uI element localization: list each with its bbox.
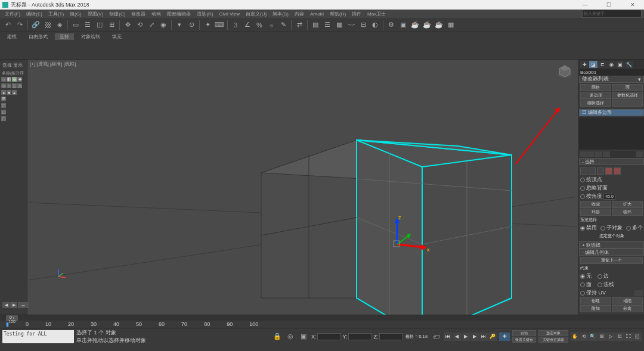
setkey-button[interactable]: 设置关键点 bbox=[512, 337, 536, 343]
window-crossing-button[interactable]: ⊞ bbox=[106, 20, 117, 30]
edit-geometry-rollout[interactable]: - 编辑几何体 bbox=[579, 249, 644, 256]
selection-lock-button[interactable]: ▣ bbox=[298, 331, 309, 342]
search-input[interactable]: 输入关键字 bbox=[582, 10, 642, 18]
fov-button[interactable]: ▷ bbox=[606, 333, 615, 341]
repeat-last-button[interactable]: 重复上一个 bbox=[580, 257, 643, 264]
placement-button[interactable]: ◉ bbox=[158, 20, 169, 30]
unlink-button[interactable]: ⛓ bbox=[42, 20, 53, 30]
modify-tab[interactable]: ◪ bbox=[589, 61, 597, 68]
render-online-button[interactable]: ▦ bbox=[445, 20, 456, 30]
set-key-button[interactable]: ✚ bbox=[499, 333, 510, 341]
utilities-tab[interactable]: 🔧 bbox=[625, 61, 633, 68]
pin-stack-button[interactable] bbox=[580, 151, 587, 157]
zoom-view-button[interactable]: 🔍 bbox=[589, 333, 597, 341]
render-frame-button[interactable]: ▣ bbox=[398, 20, 408, 30]
filter-icon[interactable]: ● bbox=[1, 90, 6, 95]
viewcube-icon[interactable] bbox=[556, 62, 574, 80]
max-viewport-button[interactable]: ⛶ bbox=[624, 333, 633, 341]
x-coord-input[interactable] bbox=[317, 333, 341, 340]
play-button[interactable]: ▶ bbox=[462, 333, 470, 341]
select-button[interactable]: ▭ bbox=[70, 20, 81, 30]
filter-icon[interactable]: ◇ bbox=[1, 83, 6, 88]
menu-modifiers[interactable]: 修改器 bbox=[129, 11, 148, 17]
zoom-all-button[interactable]: ⊞ bbox=[597, 333, 606, 341]
ribbon-button[interactable]: ▦ bbox=[334, 20, 345, 30]
mod-mesh-button[interactable]: 网格 bbox=[580, 84, 611, 91]
constraint-edge-radio[interactable] bbox=[597, 274, 602, 279]
filter-icon[interactable]: ■ bbox=[12, 77, 17, 82]
tab-selection[interactable]: 选择 bbox=[55, 33, 74, 40]
unique-button[interactable] bbox=[595, 151, 602, 157]
pivot-button[interactable]: ⊙ bbox=[186, 20, 197, 30]
scale-button[interactable]: ⤢ bbox=[146, 20, 157, 30]
minimize-button[interactable]: — bbox=[576, 2, 594, 8]
menu-render[interactable]: 渲染(R) bbox=[194, 11, 215, 17]
constraint-face-radio[interactable] bbox=[580, 282, 585, 287]
object-name-field[interactable]: Box001 bbox=[579, 69, 644, 76]
edge-subobj-button[interactable] bbox=[589, 167, 596, 175]
preview-multi-radio[interactable] bbox=[626, 226, 631, 231]
filter-icon[interactable]: ◆ bbox=[17, 77, 22, 82]
tab-freeform[interactable]: 自由形式 bbox=[24, 33, 52, 40]
close-button[interactable]: ✕ bbox=[624, 2, 642, 8]
filter-icon[interactable]: △ bbox=[17, 83, 22, 88]
selection-rollout[interactable]: - 选择 bbox=[579, 158, 644, 165]
rotate-button[interactable]: ⟲ bbox=[134, 20, 145, 30]
filter-icon[interactable]: □ bbox=[12, 83, 17, 88]
menu-arnold[interactable]: Arnold bbox=[308, 11, 326, 17]
transform-gizmo[interactable]: x z bbox=[385, 215, 433, 262]
loop-button[interactable]: 循环 bbox=[612, 209, 643, 216]
selected-button[interactable]: 选定对象 bbox=[538, 330, 568, 336]
time-marker[interactable]: 0 / 100 bbox=[6, 315, 18, 321]
constraint-none-radio[interactable] bbox=[580, 274, 585, 279]
spinner-snap-button[interactable]: ⟐ bbox=[266, 20, 277, 30]
menu-maxguard[interactable]: Max卫士 bbox=[365, 11, 388, 17]
align-button[interactable]: ▤ bbox=[310, 20, 321, 30]
menu-create[interactable]: 创建(C) bbox=[107, 11, 128, 17]
keyfilter-button[interactable]: 关键点过滤器 bbox=[538, 337, 568, 343]
render-setup-button[interactable]: ⚙ bbox=[386, 20, 397, 30]
scroll-right-button[interactable]: ▶ bbox=[10, 302, 17, 308]
modifier-stack[interactable] bbox=[579, 117, 644, 150]
maximize-button[interactable]: ☐ bbox=[600, 2, 618, 8]
menu-content[interactable]: 内容 bbox=[292, 11, 306, 17]
render-prod-button[interactable]: ☕ bbox=[422, 20, 432, 30]
pan-view-button[interactable]: ✋ bbox=[571, 333, 579, 341]
menu-plugin[interactable]: 插件 bbox=[349, 11, 364, 17]
menu-tools[interactable]: 工具(T) bbox=[46, 11, 66, 17]
name-column-header[interactable]: 名称(按升序 bbox=[1, 70, 26, 77]
render-iter-button[interactable]: ☕ bbox=[434, 20, 444, 30]
display-tab[interactable]: ▣ bbox=[616, 61, 624, 68]
link-button[interactable]: 🔗 bbox=[30, 20, 41, 30]
mod-empty-button[interactable] bbox=[612, 100, 643, 107]
key-mode-button[interactable]: 🔑 bbox=[488, 333, 497, 341]
snap-button[interactable]: 3 bbox=[230, 20, 241, 30]
menu-script[interactable]: 脚本(S) bbox=[270, 11, 291, 17]
mod-poly-button[interactable]: 多边形 bbox=[580, 92, 611, 99]
by-vertex-check[interactable] bbox=[580, 178, 585, 182]
menu-animation[interactable]: 动画 bbox=[149, 11, 163, 17]
menu-file[interactable]: 文件(F) bbox=[2, 11, 23, 17]
filter-icon[interactable]: ○ bbox=[7, 83, 11, 88]
soft-selection-rollout[interactable]: + 软选择 bbox=[579, 241, 644, 249]
time-ruler[interactable]: ▮ 0 10 20 30 40 50 60 70 80 90 100 bbox=[0, 321, 644, 328]
create-tab[interactable]: ✚ bbox=[580, 61, 589, 68]
preview-off-radio[interactable] bbox=[580, 226, 585, 231]
mod-para-button[interactable]: 参数化选择 bbox=[612, 92, 643, 99]
constraint-normal-radio[interactable] bbox=[597, 282, 602, 287]
polygon-subobj-button[interactable] bbox=[605, 167, 612, 175]
filter-icon[interactable]: □ bbox=[1, 110, 6, 114]
menu-customize[interactable]: 自定义(U) bbox=[243, 11, 269, 17]
vertex-subobj-button[interactable] bbox=[580, 167, 587, 175]
border-subobj-button[interactable] bbox=[597, 167, 604, 175]
scroll-handle[interactable]: ═ bbox=[18, 302, 29, 308]
mod-face-button[interactable]: 面 bbox=[612, 84, 643, 91]
goto-end-button[interactable]: ⏭ bbox=[479, 333, 488, 341]
angle-snap-button[interactable]: ∠ bbox=[242, 20, 253, 30]
element-subobj-button[interactable] bbox=[614, 167, 621, 175]
angle-input[interactable]: 45.0 bbox=[603, 194, 615, 200]
edit-named-button[interactable]: ✎ bbox=[278, 20, 289, 30]
next-frame-button[interactable]: ▶ bbox=[470, 333, 479, 341]
select-name-button[interactable]: ☰ bbox=[82, 20, 93, 30]
zoom-extents-button[interactable]: ⊡ bbox=[615, 333, 624, 341]
